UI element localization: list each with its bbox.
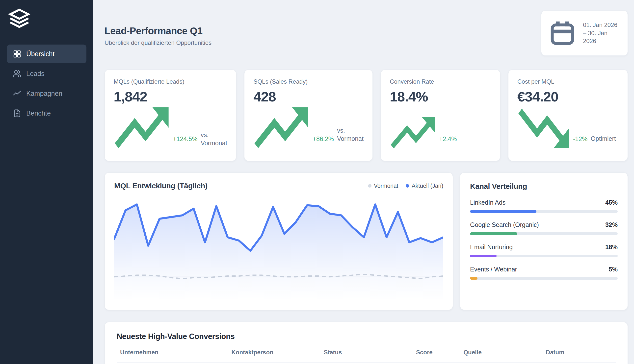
trending-down-icon	[517, 108, 570, 150]
conversions-table-panel: Neueste High-Value Conversions Unternehm…	[105, 322, 628, 364]
channel-row-google-search-organic-: Google Search (Organic)32%	[470, 221, 618, 235]
channel-bar-track	[470, 277, 618, 280]
kpi-delta: +124.5%	[173, 135, 197, 150]
legend-label: Aktuell (Jan)	[412, 182, 443, 189]
mql-chart-panel: MQL Entwicklung (Täglich) VormonatAktuel…	[105, 172, 453, 310]
kpi-trend-row: +86.2%vs. Vormonat	[253, 106, 364, 152]
table-title: Neueste High-Value Conversions	[117, 332, 616, 341]
kpi-card-mqls-qualifizierte-leads-: MQLs (Qualifizierte Leads)1,842+124.5%vs…	[105, 70, 236, 161]
cell-unternehmen: TechSolutions GmbH	[117, 362, 231, 364]
cell-quelle: LinkedIn	[463, 362, 546, 364]
page-subtitle: Überblick der qualifizierten Opportuniti…	[105, 39, 211, 46]
sidebar-item-berichte[interactable]: Berichte	[7, 104, 86, 123]
channel-bar-fill	[470, 232, 517, 235]
middle-row: MQL Entwicklung (Täglich) VormonatAktuel…	[105, 172, 628, 310]
channel-panel-title: Kanal Verteilung	[470, 182, 618, 190]
trending-up-icon	[390, 116, 436, 150]
channel-bar-fill	[470, 255, 497, 257]
conversions-table: UnternehmenKontaktpersonStatusScoreQuell…	[117, 349, 616, 364]
kpi-label: MQLs (Qualifizierte Leads)	[114, 78, 227, 85]
cell-score: 98/100	[416, 362, 463, 364]
column-header-kontaktperson: Kontaktperson	[231, 349, 324, 362]
legend-item-aktuell-jan-[interactable]: Aktuell (Jan)	[406, 182, 443, 189]
main-content: Lead-Performance Q1 Überblick der qualif…	[93, 0, 634, 364]
channel-label: Email Nurturing	[470, 244, 513, 251]
column-header-unternehmen: Unternehmen	[117, 349, 231, 362]
sidebar-item-label: Kampagnen	[26, 90, 62, 98]
kpi-delta: +2.4%	[439, 135, 457, 150]
chart-header: MQL Entwicklung (Täglich) VormonatAktuel…	[114, 182, 443, 190]
date-range-card[interactable]: 01. Jan 2026 – 30. Jan 2026	[541, 11, 628, 56]
trending-up-icon	[253, 106, 309, 150]
page-title: Lead-Performance Q1	[105, 26, 211, 36]
sidebar-item-label: Berichte	[26, 110, 51, 117]
grid-icon	[13, 50, 21, 58]
cell-status: SQL (Verifiziert)	[324, 362, 416, 364]
channel-list: LinkedIn Ads45%Google Search (Organic)32…	[470, 199, 618, 280]
kpi-card-cost-per-mql: Cost per MQL€34.20-12%Optimiert	[508, 70, 628, 161]
column-header-score: Score	[416, 349, 463, 362]
channel-percent: 45%	[605, 199, 618, 206]
kpi-delta: -12%	[573, 135, 587, 150]
kpi-card-conversion-rate: Conversion Rate18.4%+2.4%	[381, 70, 500, 161]
channel-row-header: Google Search (Organic)32%	[470, 221, 618, 228]
date-range-label: 01. Jan 2026 – 30. Jan 2026	[583, 21, 621, 45]
layers-icon	[8, 8, 31, 29]
column-header-quelle: Quelle	[463, 349, 546, 362]
kpi-delta-suffix: Optimiert	[591, 134, 616, 150]
channel-percent: 18%	[605, 244, 618, 251]
kpi-delta: +86.2%	[312, 135, 334, 150]
channel-row-linkedin-ads: LinkedIn Ads45%	[470, 199, 618, 213]
sidebar-item-übersicht[interactable]: Übersicht	[7, 44, 86, 63]
kpi-delta-suffix: vs. Vormonat	[201, 131, 227, 150]
table-row: TechSolutions GmbHDr. Markus WeberSQL (V…	[117, 362, 616, 364]
channel-percent: 5%	[609, 266, 618, 273]
kpi-value: 18.4%	[390, 88, 491, 105]
kpi-label: Conversion Rate	[390, 78, 491, 85]
channel-row-events-webinar: Events / Webinar5%	[470, 266, 618, 280]
kpi-trend-row: -12%Optimiert	[517, 108, 619, 152]
channel-bar-track	[470, 232, 618, 235]
channel-row-header: Events / Webinar5%	[470, 266, 618, 273]
app-logo	[8, 8, 86, 30]
sidebar-item-label: Leads	[26, 70, 45, 78]
channel-bar-track	[470, 255, 618, 257]
kpi-card-sqls-sales-ready-: SQLs (Sales Ready)428+86.2%vs. Vormonat	[244, 70, 373, 161]
kpi-value: €34.20	[517, 88, 619, 105]
channel-bar-fill	[470, 277, 477, 280]
kpi-trend-row: +124.5%vs. Vormonat	[114, 106, 227, 152]
channel-label: Events / Webinar	[470, 266, 517, 273]
sidebar-item-leads[interactable]: Leads	[7, 64, 86, 83]
kpi-row: MQLs (Qualifizierte Leads)1,842+124.5%vs…	[105, 70, 628, 161]
table-header-row: UnternehmenKontaktpersonStatusScoreQuell…	[117, 349, 616, 362]
chart-area	[114, 196, 443, 300]
legend-item-vormonat[interactable]: Vormonat	[368, 182, 398, 189]
kpi-value: 1,842	[114, 88, 227, 105]
legend-dot	[368, 184, 372, 188]
sidebar-nav: ÜbersichtLeadsKampagnenBerichte	[7, 44, 86, 123]
channel-percent: 32%	[605, 221, 618, 228]
legend-dot	[406, 184, 409, 188]
sidebar-item-kampagnen[interactable]: Kampagnen	[7, 84, 86, 103]
kpi-trend-row: +2.4%	[390, 116, 491, 152]
channel-row-email-nurturing: Email Nurturing18%	[470, 244, 618, 257]
mql-line-chart	[114, 196, 443, 300]
legend-label: Vormonat	[374, 182, 398, 189]
channel-bar-track	[470, 210, 618, 213]
trending-up-icon	[13, 89, 21, 98]
table-body: TechSolutions GmbHDr. Markus WeberSQL (V…	[117, 362, 616, 364]
page-header: Lead-Performance Q1 Überblick der qualif…	[105, 11, 628, 56]
kpi-label: SQLs (Sales Ready)	[253, 78, 364, 85]
chart-legend: VormonatAktuell (Jan)	[368, 182, 443, 189]
title-block: Lead-Performance Q1 Überblick der qualif…	[105, 11, 211, 46]
sidebar: ÜbersichtLeadsKampagnenBerichte	[0, 0, 93, 364]
kpi-label: Cost per MQL	[517, 78, 619, 85]
channel-distribution-panel: Kanal Verteilung LinkedIn Ads45%Google S…	[460, 172, 628, 310]
sidebar-item-label: Übersicht	[26, 50, 55, 58]
cell-datum: 30. Jan 2026	[546, 362, 616, 364]
channel-label: Google Search (Organic)	[470, 221, 539, 228]
file-text-icon	[13, 109, 21, 118]
column-header-datum: Datum	[546, 349, 616, 362]
calendar-icon	[548, 18, 577, 48]
channel-row-header: Email Nurturing18%	[470, 244, 618, 251]
